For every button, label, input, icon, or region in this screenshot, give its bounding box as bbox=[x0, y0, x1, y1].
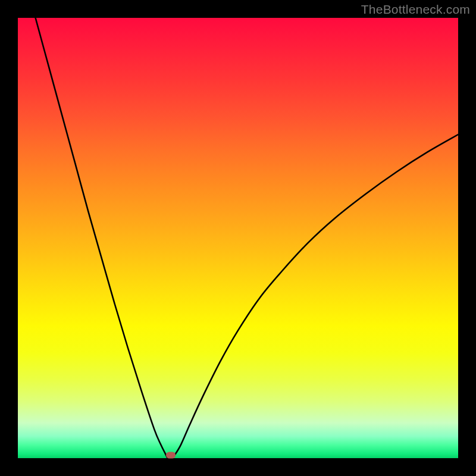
curve-left-branch bbox=[36, 18, 168, 458]
curve-right-branch bbox=[174, 134, 458, 456]
curve-svg bbox=[18, 18, 458, 458]
watermark-label: TheBottleneck.com bbox=[361, 2, 470, 17]
chart-stage: TheBottleneck.com bbox=[0, 0, 476, 476]
plot-area bbox=[18, 18, 458, 458]
min-point-marker bbox=[166, 452, 176, 458]
